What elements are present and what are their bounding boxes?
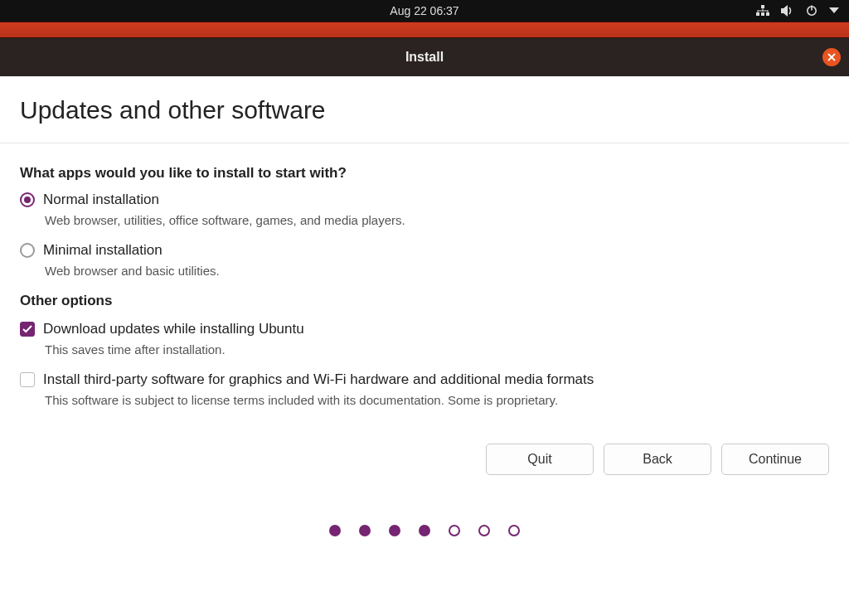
option-label: Minimal installation [43, 242, 163, 259]
option-label: Normal installation [43, 192, 159, 208]
close-button[interactable] [822, 48, 841, 66]
progress-dot [478, 525, 490, 536]
volume-icon[interactable] [781, 5, 794, 17]
svg-marker-8 [781, 5, 788, 17]
datetime-label: Aug 22 06:37 [390, 4, 458, 17]
svg-rect-7 [768, 11, 769, 13]
svg-rect-3 [766, 12, 769, 16]
option-label: Install third-party software for graphic… [43, 371, 594, 388]
option-description: This saves time after installation. [45, 342, 829, 357]
quit-button[interactable]: Quit [486, 444, 594, 475]
progress-dot [508, 525, 520, 536]
svg-rect-2 [761, 12, 764, 16]
system-tray [756, 5, 839, 17]
svg-marker-11 [829, 7, 839, 13]
option-minimal-installation[interactable]: Minimal installation [20, 242, 829, 259]
chevron-down-icon[interactable] [829, 7, 839, 14]
progress-dot [359, 525, 371, 536]
checkbox-icon [20, 322, 35, 337]
option-normal-installation[interactable]: Normal installation [20, 192, 829, 208]
other-options-heading: Other options [20, 293, 829, 309]
progress-dot [419, 525, 430, 536]
option-description: This software is subject to license term… [45, 393, 829, 407]
continue-button[interactable]: Continue [721, 444, 829, 475]
back-button[interactable]: Back [604, 444, 711, 475]
option-label: Download updates while installing Ubuntu [43, 321, 304, 337]
svg-rect-10 [811, 6, 813, 11]
checkbox-icon [20, 372, 35, 387]
radio-icon [20, 192, 35, 207]
divider [0, 143, 849, 143]
page-title: Updates and other software [20, 96, 829, 143]
top-panel: Aug 22 06:37 [0, 0, 849, 22]
progress-dot [449, 525, 460, 536]
radio-icon [20, 243, 35, 258]
window-title: Install [405, 50, 444, 65]
svg-rect-6 [758, 11, 759, 13]
window-titlebar: Install [0, 38, 849, 76]
progress-indicator [20, 525, 829, 536]
accent-bar [0, 22, 849, 38]
option-third-party-software[interactable]: Install third-party software for graphic… [20, 371, 829, 388]
button-row: Quit Back Continue [20, 444, 829, 475]
progress-dot [389, 525, 400, 536]
apps-section-heading: What apps would you like to install to s… [20, 165, 829, 182]
svg-rect-1 [756, 12, 759, 16]
power-icon[interactable] [806, 5, 817, 17]
option-download-updates[interactable]: Download updates while installing Ubuntu [20, 321, 829, 337]
option-description: Web browser, utilities, office software,… [45, 213, 829, 227]
network-icon[interactable] [756, 5, 769, 17]
progress-dot [329, 525, 341, 536]
option-description: Web browser and basic utilities. [45, 264, 829, 278]
svg-rect-5 [758, 11, 769, 12]
installer-content: Updates and other software What apps wou… [0, 76, 849, 546]
svg-rect-0 [761, 5, 764, 8]
